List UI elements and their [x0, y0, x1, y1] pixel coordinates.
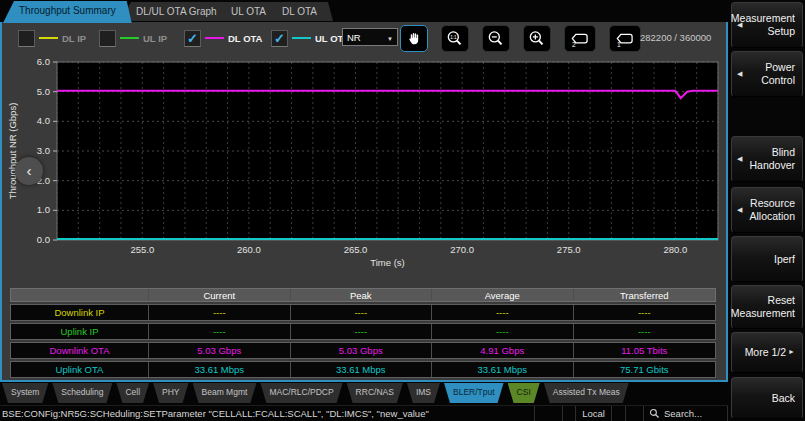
marker-2-button[interactable]: 2 [564, 25, 596, 52]
svg-text:1:1: 1:1 [450, 34, 457, 39]
marker-2-icon: 2 [568, 29, 592, 49]
ul-ip-color-swatch [120, 37, 139, 39]
tab-assisted-tx-meas[interactable]: Assisted Tx Meas [544, 383, 629, 403]
y-tick-label: 1.0 [37, 204, 50, 215]
tab-phy[interactable]: PHY [153, 383, 188, 403]
app-window: Throughput Summary DL/UL OTA Graph UL OT… [0, 0, 805, 421]
svg-text:1: 1 [617, 40, 621, 47]
status-spacer [563, 406, 576, 421]
dl-ota-label: DL OTA [228, 33, 262, 44]
bottom-tab-bar: System Scheduling Cell PHY Beam Mgmt MAC… [0, 383, 728, 404]
ul-ip-label: UL IP [143, 33, 167, 44]
resource-allocation-button[interactable]: Resource Allocation [731, 187, 803, 233]
power-control-button[interactable]: Power Control [731, 51, 803, 97]
dl-ota-checkbox[interactable] [184, 30, 201, 47]
chevron-down-icon [387, 32, 393, 43]
y-tick-label: 4.0 [37, 115, 50, 126]
marker-1-icon: 1 [613, 29, 637, 49]
table-row-downlink-ip: Downlink IP ---- ---- ---- ---- [10, 304, 716, 321]
status-spacer [612, 406, 626, 421]
tab-mac-rlc-pdcp[interactable]: MAC/RLC/PDCP [260, 383, 342, 403]
legend-ul-ota: UL OTA [271, 29, 349, 47]
tab-dl-ota[interactable]: DL OTA [266, 2, 333, 21]
reset-measurement-button[interactable]: Reset Measurement [731, 285, 803, 329]
dl-ota-color-swatch [205, 37, 224, 39]
tab-cell[interactable]: Cell [116, 383, 149, 403]
tab-bler-tput[interactable]: BLER/Tput [444, 383, 504, 403]
table-row-downlink-ota: Downlink OTA 5.03 Gbps 5.03 Gbps 4.91 Gb… [10, 342, 716, 359]
y-tick-label: 3.0 [37, 145, 50, 156]
tab-rrc-nas[interactable]: RRC/NAS [347, 383, 403, 403]
tab-csi[interactable]: CSI [508, 383, 540, 403]
throughput-summary-panel: DL IP UL IP DL OTA UL OTA NR [0, 20, 728, 382]
more-pages-button[interactable]: More 1/2 [731, 332, 803, 373]
top-tab-bar: Throughput Summary DL/UL OTA Graph UL OT… [0, 0, 728, 22]
zoom-out-button[interactable] [482, 25, 510, 52]
svg-text:2: 2 [572, 40, 576, 47]
table-row-uplink-ota: Uplink OTA 33.61 Mbps 33.61 Mbps 33.61 M… [10, 361, 716, 378]
y-tick-label: 6.0 [37, 56, 50, 67]
table-header-row: Current Peak Average Transferred [10, 288, 716, 302]
marker-1-button[interactable]: 1 [609, 25, 641, 52]
search-icon [649, 408, 660, 419]
tab-system[interactable]: System [2, 383, 48, 403]
tab-dlul-ota-graph[interactable]: DL/UL OTA Graph [120, 2, 233, 21]
status-spacer [535, 406, 563, 421]
table-row-uplink-ip: Uplink IP ---- ---- ---- ---- [10, 323, 716, 340]
measurement-setup-button[interactable]: Measurement Setup [731, 2, 803, 48]
x-axis-label: Time (s) [370, 257, 404, 268]
status-spacer [626, 406, 644, 421]
tab-scheduling[interactable]: Scheduling [52, 383, 112, 403]
dl-ip-label: DL IP [62, 33, 86, 44]
tab-beam-mgmt[interactable]: Beam Mgmt [193, 383, 257, 403]
ul-ota-color-swatch [292, 37, 311, 39]
search-box[interactable]: Search... [644, 406, 728, 421]
col-peak: Peak [291, 289, 433, 301]
y-tick-label: 5.0 [37, 86, 50, 97]
x-tick-label: 265.0 [344, 244, 368, 255]
x-tick-label: 280.0 [663, 244, 687, 255]
zoom-in-icon [527, 29, 547, 49]
legend-ul-ip: UL IP [99, 29, 167, 47]
iperf-button[interactable]: Iperf [731, 236, 803, 282]
col-average: Average [432, 289, 574, 301]
pan-tool-button[interactable] [400, 25, 428, 52]
legend-dl-ota: DL OTA [184, 29, 262, 47]
sample-counter: 282200 / 360000 [640, 32, 711, 43]
col-transferred: Transferred [574, 289, 716, 301]
x-tick-label: 260.0 [237, 244, 261, 255]
dl-ip-checkbox[interactable] [18, 30, 35, 47]
dl-ip-color-swatch [39, 37, 58, 39]
technology-dropdown-value: NR [347, 32, 361, 43]
status-bar: BSE:CONFig:NR5G:SCHeduling:SETParameter … [0, 405, 728, 421]
zoom-out-icon [486, 29, 506, 49]
local-mode-indicator: Local [576, 406, 612, 421]
technology-dropdown[interactable]: NR [342, 28, 398, 46]
scpi-command-log: BSE:CONFig:NR5G:SCHeduling:SETParameter … [0, 406, 535, 421]
collapse-panel-handle[interactable] [15, 157, 43, 185]
legend-dl-ip: DL IP [18, 29, 86, 47]
zoom-1to1-button[interactable]: 1:1 [441, 25, 469, 52]
throughput-table: Current Peak Average Transferred Downlin… [10, 288, 716, 378]
y-axis-label: Throughput NR (Gbps) [7, 103, 18, 200]
blind-handover-button[interactable]: Blind Handover [731, 136, 803, 182]
x-tick-label: 270.0 [450, 244, 474, 255]
search-placeholder: Search... [664, 406, 702, 421]
zoom-1to1-icon: 1:1 [445, 29, 465, 49]
ul-ota-checkbox[interactable] [271, 30, 288, 47]
chart-toolbar: 1:1 2 [400, 25, 641, 52]
x-tick-label: 255.0 [130, 244, 154, 255]
tab-ims[interactable]: IMS [407, 383, 440, 403]
x-tick-label: 275.0 [557, 244, 581, 255]
back-button[interactable]: Back [731, 377, 803, 419]
zoom-in-button[interactable] [523, 25, 551, 52]
softkey-sidebar: Measurement Setup Power Control Blind Ha… [728, 0, 805, 421]
tab-throughput-summary[interactable]: Throughput Summary [3, 1, 132, 23]
col-current: Current [149, 289, 291, 301]
hand-icon [404, 29, 424, 49]
throughput-chart[interactable]: 0.01.02.03.04.05.06.0255.0260.0265.0270.… [2, 55, 726, 281]
ul-ip-checkbox[interactable] [99, 30, 116, 47]
y-tick-label: 0.0 [37, 234, 50, 245]
